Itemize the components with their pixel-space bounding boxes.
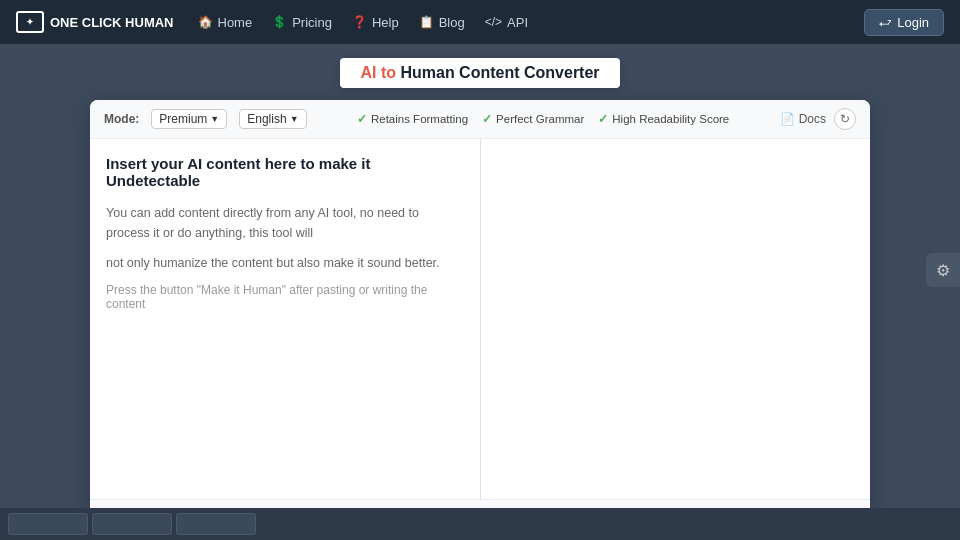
bottom-strip bbox=[0, 508, 960, 540]
settings-button[interactable]: ⚙ bbox=[926, 253, 960, 287]
refresh-icon: ↻ bbox=[840, 112, 850, 126]
help-icon: ❓ bbox=[352, 15, 367, 29]
nav-pricing[interactable]: 💲 Pricing bbox=[272, 15, 332, 30]
mode-select[interactable]: Premium ▼ bbox=[151, 109, 227, 129]
refresh-button[interactable]: ↻ bbox=[834, 108, 856, 130]
nav-blog-label: Blog bbox=[439, 15, 465, 30]
converter-card: Mode: Premium ▼ English ▼ ✓ Retains Form… bbox=[90, 100, 870, 540]
mode-value: Premium bbox=[159, 112, 207, 126]
thumbnail-1[interactable] bbox=[8, 513, 88, 535]
login-button[interactable]: ⮐ Login bbox=[864, 9, 944, 36]
check-readability-icon: ✓ bbox=[598, 112, 608, 126]
mode-chevron-icon: ▼ bbox=[210, 114, 219, 124]
logo-icon: ✦ bbox=[16, 11, 44, 33]
badge-readability: ✓ High Readability Score bbox=[598, 112, 729, 126]
login-icon: ⮐ bbox=[879, 15, 892, 30]
blog-icon: 📋 bbox=[419, 15, 434, 29]
editor-heading: Insert your AI content here to make it U… bbox=[106, 155, 464, 189]
badge-readability-label: High Readability Score bbox=[612, 113, 729, 125]
title-main: Human Content Converter bbox=[400, 64, 599, 81]
lang-chevron-icon: ▼ bbox=[290, 114, 299, 124]
badge-formatting: ✓ Retains Formatting bbox=[357, 112, 468, 126]
toolbar-badges: ✓ Retains Formatting ✓ Perfect Grammar ✓… bbox=[357, 112, 729, 126]
nav-home-label: Home bbox=[218, 15, 253, 30]
brand-text: ONE CLICK HUMAN bbox=[50, 15, 174, 30]
main-content: Mode: Premium ▼ English ▼ ✓ Retains Form… bbox=[0, 100, 960, 540]
editor-description-1: You can add content directly from any AI… bbox=[106, 203, 464, 243]
thumbnail-2[interactable] bbox=[92, 513, 172, 535]
logo[interactable]: ✦ ONE CLICK HUMAN bbox=[16, 11, 174, 33]
thumbnail-3[interactable] bbox=[176, 513, 256, 535]
nav-help-label: Help bbox=[372, 15, 399, 30]
toolbar-right: 📄 Docs ↻ bbox=[780, 108, 856, 130]
nav-api[interactable]: </> API bbox=[485, 15, 528, 30]
nav-blog[interactable]: 📋 Blog bbox=[419, 15, 465, 30]
docs-label: Docs bbox=[799, 112, 826, 126]
nav-api-label: API bbox=[507, 15, 528, 30]
title-ai-prefix: AI to bbox=[360, 64, 400, 81]
navbar-left: ✦ ONE CLICK HUMAN 🏠 Home 💲 Pricing ❓ Hel… bbox=[16, 11, 528, 33]
lang-value: English bbox=[247, 112, 286, 126]
lang-select[interactable]: English ▼ bbox=[239, 109, 306, 129]
editor-description-2: not only humanize the content but also m… bbox=[106, 253, 464, 273]
editor-hint: Press the button "Make it Human" after p… bbox=[106, 283, 464, 311]
badge-formatting-label: Retains Formatting bbox=[371, 113, 468, 125]
nav-home[interactable]: 🏠 Home bbox=[198, 15, 253, 30]
login-label: Login bbox=[897, 15, 929, 30]
page-title-banner: AI to Human Content Converter bbox=[0, 44, 960, 100]
badge-grammar-label: Perfect Grammar bbox=[496, 113, 584, 125]
nav-pricing-label: Pricing bbox=[292, 15, 332, 30]
home-icon: 🏠 bbox=[198, 15, 213, 29]
toolbar: Mode: Premium ▼ English ▼ ✓ Retains Form… bbox=[90, 100, 870, 139]
output-panel bbox=[481, 139, 871, 499]
settings-icon: ⚙ bbox=[936, 261, 950, 280]
navbar: ✦ ONE CLICK HUMAN 🏠 Home 💲 Pricing ❓ Hel… bbox=[0, 0, 960, 44]
nav-help[interactable]: ❓ Help bbox=[352, 15, 399, 30]
pricing-icon: 💲 bbox=[272, 15, 287, 29]
mode-label: Mode: bbox=[104, 112, 139, 126]
input-panel[interactable]: Insert your AI content here to make it U… bbox=[90, 139, 481, 499]
editor-wrapper: Insert your AI content here to make it U… bbox=[90, 139, 870, 499]
docs-button[interactable]: 📄 Docs bbox=[780, 112, 826, 126]
check-grammar-icon: ✓ bbox=[482, 112, 492, 126]
page-title-tag: AI to Human Content Converter bbox=[340, 58, 619, 88]
badge-grammar: ✓ Perfect Grammar bbox=[482, 112, 584, 126]
api-icon: </> bbox=[485, 15, 502, 29]
toolbar-left: Mode: Premium ▼ English ▼ bbox=[104, 109, 307, 129]
nav-links: 🏠 Home 💲 Pricing ❓ Help 📋 Blog </> API bbox=[198, 15, 529, 30]
docs-icon: 📄 bbox=[780, 112, 795, 126]
check-formatting-icon: ✓ bbox=[357, 112, 367, 126]
